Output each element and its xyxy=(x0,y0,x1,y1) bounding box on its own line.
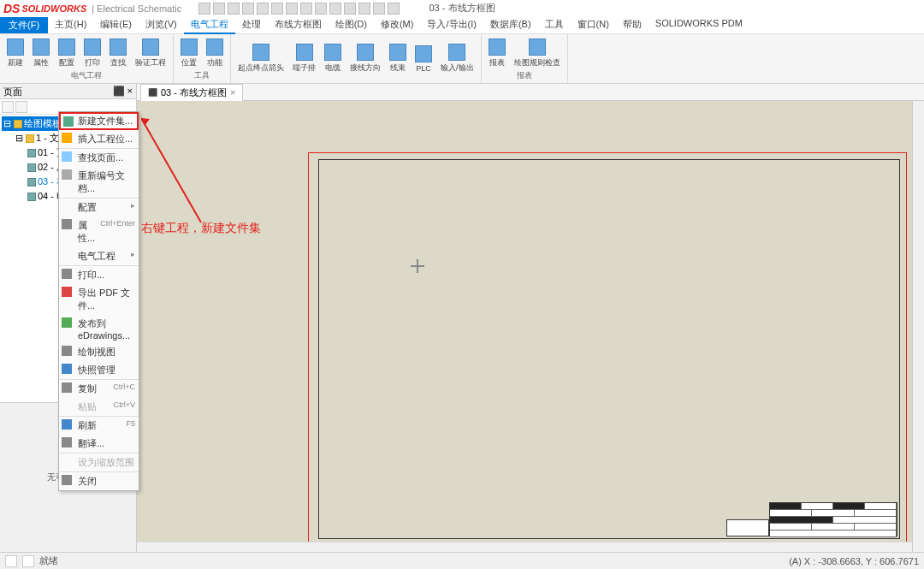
panel-header: 页面 ⬛ × xyxy=(0,84,136,99)
ctx-item-icon xyxy=(62,151,72,162)
qat-paste-icon[interactable] xyxy=(315,3,327,15)
ribbon-button[interactable]: 输入/输出 xyxy=(437,36,477,81)
context-menu-item[interactable]: 关闭 xyxy=(59,471,139,490)
context-menu-item[interactable]: 发布到 eDrawings... xyxy=(59,315,139,343)
ribbon-icon xyxy=(110,39,127,56)
ribbon-button[interactable]: 端子排 xyxy=(289,36,319,81)
ribbon-button[interactable]: 电缆 xyxy=(321,36,345,81)
ribbon-button[interactable]: 打印 xyxy=(80,36,104,70)
app-logo: DS SOLIDWORKS | Electrical Schematic xyxy=(3,2,181,15)
menu-item[interactable]: 浏览(V) xyxy=(139,16,184,34)
qat-zoom-icon[interactable] xyxy=(344,3,356,15)
menu-item[interactable]: 修改(M) xyxy=(374,16,421,34)
qat-copy-icon[interactable] xyxy=(300,3,312,15)
menu-item[interactable]: 工具 xyxy=(538,16,571,34)
tab-doc-icon: ⬛ xyxy=(148,88,157,97)
ribbon-button[interactable]: 报表 xyxy=(485,36,509,70)
menu-item[interactable]: 布线方框图 xyxy=(268,16,329,34)
context-menu-item[interactable]: 翻译... xyxy=(59,435,139,453)
context-menu-item[interactable]: 刷新F5 xyxy=(59,416,139,435)
status-btn-1[interactable] xyxy=(5,555,17,567)
ctx-item-icon xyxy=(63,116,74,127)
qat-undo-icon[interactable] xyxy=(257,3,269,15)
ribbon-icon xyxy=(58,39,75,56)
context-menu-item[interactable]: 导出 PDF 文件... xyxy=(59,284,139,315)
menu-item[interactable]: SOLIDWORKS PDM xyxy=(649,16,749,34)
context-menu-item[interactable]: 快照管理 xyxy=(59,361,139,379)
menu-bar: 文件(F) 主页(H)编辑(E)浏览(V)电气工程处理布线方框图绘图(D)修改(… xyxy=(0,17,924,34)
qat-open-icon[interactable] xyxy=(213,3,225,15)
ribbon-button[interactable]: 新建 xyxy=(3,36,27,70)
ribbon-button[interactable]: 查找 xyxy=(106,36,130,70)
ribbon-icon xyxy=(448,44,465,61)
ctx-item-icon xyxy=(62,133,72,143)
panel-dock-controls[interactable]: ⬛ × xyxy=(113,86,133,97)
context-menu-item[interactable]: 插入工程位... xyxy=(59,130,139,148)
menu-item[interactable]: 导入/导出(I) xyxy=(420,16,483,34)
ribbon-icon xyxy=(252,44,270,61)
ribbon-button[interactable]: 属性 xyxy=(29,36,53,70)
ribbon-icon xyxy=(84,39,101,56)
ribbon-icon xyxy=(357,44,374,61)
context-menu-item[interactable]: 新建文件集... xyxy=(59,112,139,130)
folder-icon xyxy=(26,134,34,143)
ribbon-group: 位置功能工具 xyxy=(174,34,231,83)
qat-redo-icon[interactable] xyxy=(271,3,283,15)
ribbon-button[interactable]: 配置 xyxy=(55,36,79,70)
menu-item[interactable]: 主页(H) xyxy=(48,16,93,34)
qat-save-icon[interactable] xyxy=(228,3,240,15)
ctx-item-icon xyxy=(62,219,72,229)
status-text: 就绪 xyxy=(39,554,58,567)
tree-expand-icon[interactable] xyxy=(15,101,27,113)
ribbon-button[interactable]: 起点终点箭头 xyxy=(234,36,287,81)
ribbon-button[interactable]: 验证工程 xyxy=(132,36,169,70)
context-menu-item[interactable]: 绘制视图 xyxy=(59,343,139,361)
qat-print-icon[interactable] xyxy=(242,3,254,15)
menu-item[interactable]: 帮助 xyxy=(616,16,649,34)
ribbon-button[interactable]: 位置 xyxy=(177,36,201,70)
ribbon-button[interactable]: PLC xyxy=(412,36,435,81)
document-tab-bar: ⬛ 03 - 布线方框图 × xyxy=(137,84,924,101)
context-menu-item[interactable]: 打印... xyxy=(59,265,139,284)
menu-item[interactable]: 数据库(B) xyxy=(483,16,538,34)
qat-opt-icon[interactable] xyxy=(388,3,400,15)
revision-block xyxy=(726,519,769,536)
qat-tool-icon[interactable] xyxy=(373,3,385,15)
context-menu-item[interactable]: 重新编号文档... xyxy=(59,167,139,198)
context-menu-item[interactable]: 电气工程▸ xyxy=(59,247,139,265)
file-menu-button[interactable]: 文件(F) xyxy=(0,17,48,33)
menu-item[interactable]: 窗口(N) xyxy=(571,16,616,34)
ribbon-button[interactable]: 绘图规则检查 xyxy=(511,36,564,70)
ribbon-icon xyxy=(33,39,50,56)
menu-item[interactable]: 编辑(E) xyxy=(93,16,139,34)
status-btn-2[interactable] xyxy=(22,555,34,567)
horizontal-scrollbar[interactable] xyxy=(137,542,912,552)
menu-item[interactable]: 电气工程 xyxy=(184,16,235,34)
quick-access-toolbar xyxy=(198,3,400,15)
file-icon xyxy=(27,193,36,201)
menu-item[interactable]: 处理 xyxy=(235,16,268,34)
tab-close-button[interactable]: × xyxy=(230,87,235,98)
submenu-arrow-icon: ▸ xyxy=(131,250,135,263)
context-menu-item[interactable]: 属性...Ctrl+Enter xyxy=(59,216,139,247)
ribbon-group: 起点终点箭头端子排电缆接线方向线束PLC输入/输出 xyxy=(231,34,482,83)
drawing-sheet xyxy=(308,152,907,546)
vertical-scrollbar[interactable] xyxy=(912,101,924,552)
qat-find-icon[interactable] xyxy=(329,3,341,15)
context-menu-item[interactable]: 查找页面... xyxy=(59,148,139,167)
ctx-item-icon xyxy=(62,169,72,180)
menu-item[interactable]: 绘图(D) xyxy=(329,16,374,34)
context-menu-item[interactable]: 配置▸ xyxy=(59,198,139,216)
qat-help-icon[interactable] xyxy=(358,3,370,15)
ribbon-button[interactable]: 功能 xyxy=(203,36,227,70)
ribbon-button[interactable]: 接线方向 xyxy=(346,36,384,81)
file-icon xyxy=(27,178,36,187)
ribbon-group: 新建属性配置打印查找验证工程电气工程 xyxy=(0,34,174,83)
context-menu-item[interactable]: 复制Ctrl+C xyxy=(59,379,139,398)
tree-collapse-icon[interactable] xyxy=(2,101,14,113)
drawing-canvas[interactable] xyxy=(137,101,924,552)
ribbon-button[interactable]: 线束 xyxy=(386,36,410,81)
document-tab[interactable]: ⬛ 03 - 布线方框图 × xyxy=(140,84,243,101)
qat-cut-icon[interactable] xyxy=(286,3,298,15)
qat-new-icon[interactable] xyxy=(198,3,210,15)
